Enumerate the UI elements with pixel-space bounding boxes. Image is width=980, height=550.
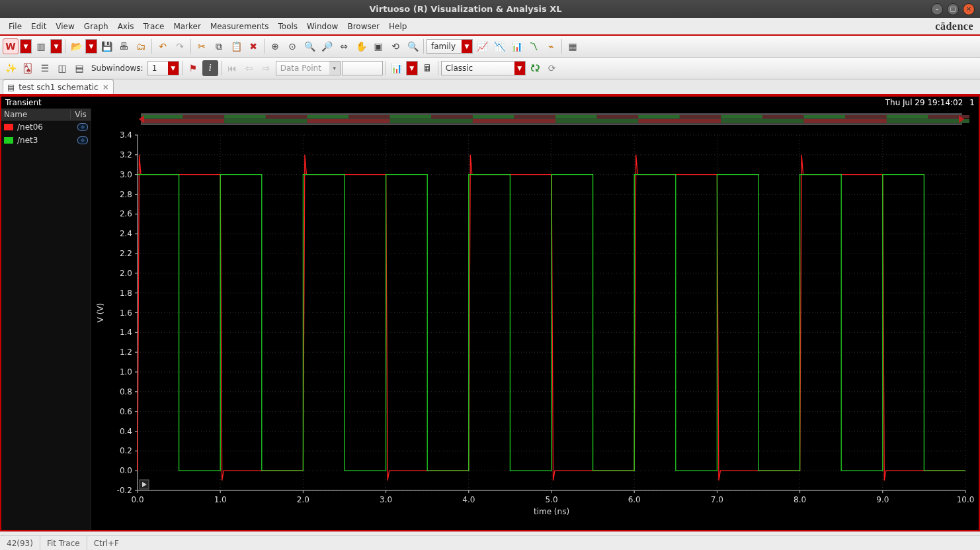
classic-combo[interactable]: Classic▼ bbox=[441, 61, 526, 75]
nav-prev-icon[interactable]: ⇦ bbox=[241, 60, 257, 76]
pan-icon[interactable]: ✋ bbox=[353, 38, 369, 54]
zoom-x-icon[interactable]: ⇔ bbox=[336, 38, 352, 54]
open-icon[interactable]: 📂 bbox=[68, 38, 84, 54]
plot-index: 1 bbox=[969, 98, 975, 107]
plot-2-icon[interactable]: 📉 bbox=[491, 38, 507, 54]
legend-swatch bbox=[4, 124, 13, 130]
visibility-eye-icon[interactable] bbox=[77, 123, 88, 131]
nav-first-icon[interactable]: ⏮ bbox=[224, 60, 240, 76]
visibility-eye-icon[interactable] bbox=[77, 136, 88, 144]
svg-rect-25 bbox=[473, 119, 555, 123]
menu-edit[interactable]: Edit bbox=[26, 20, 51, 33]
plot-4-icon[interactable]: 〽 bbox=[526, 38, 542, 54]
save-icon[interactable]: 💾 bbox=[99, 38, 114, 54]
datapoint-value-field[interactable] bbox=[342, 61, 383, 75]
svg-rect-30 bbox=[887, 119, 969, 123]
layout-split-icon[interactable]: ◫ bbox=[54, 60, 70, 76]
tab-schematic[interactable]: ▤ test sch1 schematic ✕ bbox=[3, 79, 114, 94]
legend-row[interactable]: /net3 bbox=[1, 134, 91, 147]
plot-canvas[interactable]: -0.20.00.20.40.60.81.01.21.41.61.82.02.2… bbox=[91, 109, 979, 530]
layout-list-icon[interactable]: ☰ bbox=[37, 60, 53, 76]
svg-text:0.0: 0.0 bbox=[120, 466, 132, 475]
calculator-icon[interactable]: 🖩 bbox=[419, 60, 435, 76]
svg-text:time (ns): time (ns) bbox=[534, 507, 569, 516]
brand-logo: cādence bbox=[935, 21, 976, 32]
legend-row[interactable]: /net06 bbox=[1, 120, 91, 134]
family-combo[interactable]: family▼ bbox=[427, 39, 473, 54]
new-window-icon[interactable]: W bbox=[3, 38, 19, 54]
redo-icon[interactable]: ↷ bbox=[172, 38, 188, 54]
plot-1-icon[interactable]: 📈 bbox=[474, 38, 490, 54]
svg-rect-1 bbox=[142, 115, 183, 118]
copy-icon[interactable]: ⧉ bbox=[211, 38, 227, 54]
print-icon[interactable]: 🖶 bbox=[116, 38, 132, 54]
menu-browser[interactable]: Browser bbox=[343, 20, 384, 33]
svg-text:2.2: 2.2 bbox=[120, 249, 132, 258]
new-subwindow-dropdown[interactable]: ▼ bbox=[50, 39, 62, 54]
menu-graph[interactable]: Graph bbox=[79, 20, 113, 33]
svg-text:3.0: 3.0 bbox=[380, 495, 392, 504]
menu-tools[interactable]: Tools bbox=[274, 20, 303, 33]
session-icon[interactable]: 🗂 bbox=[133, 38, 149, 54]
zoom-prev-icon[interactable]: ⟲ bbox=[388, 38, 403, 54]
tab-close-icon[interactable]: ✕ bbox=[102, 83, 109, 92]
delete-icon[interactable]: ✖ bbox=[245, 38, 261, 54]
cards-icon[interactable]: 🂡 bbox=[20, 60, 36, 76]
cut-icon[interactable]: ✂ bbox=[194, 38, 210, 54]
svg-rect-15 bbox=[721, 115, 762, 118]
svg-text:0.4: 0.4 bbox=[120, 427, 132, 436]
zoom-out-icon[interactable]: 🔎 bbox=[319, 38, 335, 54]
menu-trace[interactable]: Trace bbox=[139, 20, 169, 33]
plot-3-icon[interactable]: 📊 bbox=[509, 38, 524, 54]
paste-icon[interactable]: 📋 bbox=[228, 38, 244, 54]
svg-rect-14 bbox=[680, 115, 721, 118]
layout-grid-icon[interactable]: ▤ bbox=[71, 60, 87, 76]
svg-text:4.0: 4.0 bbox=[462, 495, 475, 504]
zoom-in-icon[interactable]: 🔍 bbox=[302, 38, 317, 54]
marker-plot-dropdown[interactable]: ▼ bbox=[406, 61, 418, 75]
svg-text:5.0: 5.0 bbox=[545, 495, 557, 504]
family-combo-value: family bbox=[427, 42, 462, 51]
subwindows-combo[interactable]: 1▼ bbox=[147, 61, 179, 75]
table-icon[interactable]: ▦ bbox=[565, 38, 581, 54]
menubar: File Edit View Graph Axis Trace Marker M… bbox=[0, 18, 980, 36]
maximize-button[interactable]: ▢ bbox=[947, 3, 959, 15]
menu-window[interactable]: Window bbox=[302, 20, 343, 33]
menu-measurements[interactable]: Measurements bbox=[206, 20, 274, 33]
reload-stop-icon[interactable]: ⟳ bbox=[544, 60, 560, 76]
svg-rect-8 bbox=[431, 115, 473, 118]
svg-rect-17 bbox=[804, 115, 846, 118]
svg-text:2.0: 2.0 bbox=[120, 269, 132, 278]
close-button[interactable]: ✕ bbox=[963, 3, 975, 15]
new-subwindow-icon[interactable]: ▥ bbox=[33, 38, 49, 54]
svg-rect-23 bbox=[307, 119, 389, 123]
tab-strip: ▤ test sch1 schematic ✕ bbox=[0, 79, 980, 95]
svg-rect-20 bbox=[928, 115, 969, 118]
wand-icon[interactable]: ✨ bbox=[3, 60, 19, 76]
zoom-reset-icon[interactable]: 🔍 bbox=[405, 38, 421, 54]
open-dropdown[interactable]: ▼ bbox=[85, 39, 97, 54]
legend-col-vis[interactable]: Vis bbox=[71, 110, 91, 119]
info-icon[interactable]: i bbox=[202, 60, 218, 76]
minimize-button[interactable]: – bbox=[931, 3, 943, 15]
menu-axis[interactable]: Axis bbox=[113, 20, 139, 33]
zoom-area-icon[interactable]: ▣ bbox=[370, 38, 386, 54]
nav-next-icon[interactable]: ⇨ bbox=[259, 60, 274, 76]
svg-rect-21 bbox=[142, 119, 224, 123]
datapoint-combo[interactable]: Data Point▾ bbox=[276, 61, 341, 75]
menu-marker[interactable]: Marker bbox=[169, 20, 205, 33]
menu-help[interactable]: Help bbox=[384, 20, 411, 33]
plot-5-icon[interactable]: ⌁ bbox=[543, 38, 559, 54]
menu-file[interactable]: File bbox=[4, 20, 26, 33]
reload-icon[interactable]: 🗘 bbox=[527, 60, 543, 76]
zoom-fit-icon[interactable]: ⊙ bbox=[284, 38, 300, 54]
svg-text:2.4: 2.4 bbox=[120, 229, 132, 238]
new-window-dropdown[interactable]: ▼ bbox=[20, 39, 32, 54]
zoom-init-icon[interactable]: ⊕ bbox=[267, 38, 283, 54]
subwindows-value: 1 bbox=[148, 64, 168, 73]
legend-col-name[interactable]: Name bbox=[1, 110, 71, 119]
menu-view[interactable]: View bbox=[51, 20, 79, 33]
marker-plot-icon[interactable]: 📊 bbox=[389, 60, 405, 76]
flag-icon[interactable]: ⚑ bbox=[185, 60, 201, 76]
undo-icon[interactable]: ↶ bbox=[155, 38, 171, 54]
